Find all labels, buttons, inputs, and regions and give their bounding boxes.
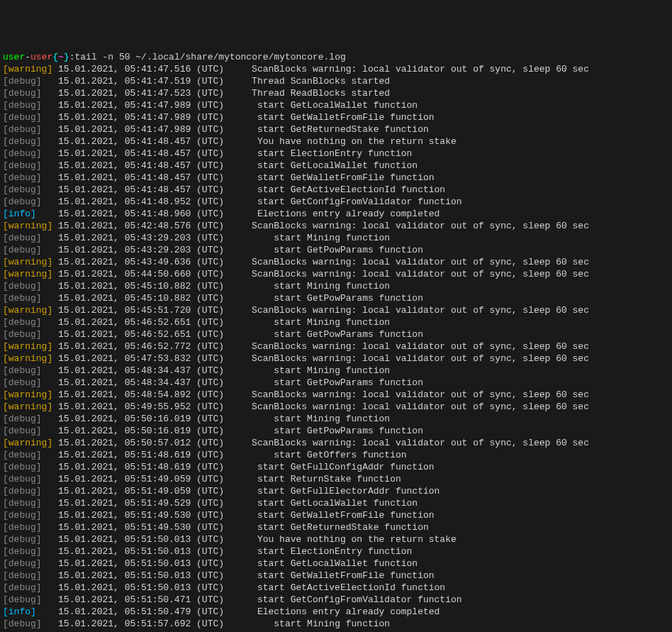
log-level: [warning] [3,401,52,412]
log-thread [240,619,262,629]
log-timestamp: 15.01.2021, 05:41:48.457 (UTC) [58,136,224,147]
log-thread [240,594,246,605]
log-timestamp: 15.01.2021, 05:41:47.989 (UTC) [58,124,224,135]
log-thread [240,100,246,111]
log-level: [warning] [3,305,52,316]
log-line: [debug] 15.01.2021, 05:51:48.619 (UTC) s… [3,461,669,473]
log-level: [debug] [3,233,52,243]
log-timestamp: 15.01.2021, 05:41:48.457 (UTC) [58,148,224,159]
log-level: [warning] [3,341,52,352]
log-message: ScanBlocks warning: local validator out … [252,221,589,231]
log-message: ScanBlocks warning: local validator out … [252,64,589,74]
log-message: start GetConfigFromValidator function [257,196,462,207]
log-line: [info] 15.01.2021, 05:41:48.960 (UTC) El… [3,208,669,220]
log-message: start ReturnStake function [257,474,401,484]
log-thread [240,233,262,243]
log-message: start Mining function [274,619,390,629]
log-timestamp: 15.01.2021, 05:51:50.013 (UTC) [58,534,224,545]
log-timestamp: 15.01.2021, 05:51:48.619 (UTC) [58,450,224,460]
log-message: start GetPowParams function [274,329,423,340]
log-timestamp: 15.01.2021, 05:51:50.479 (UTC) [58,606,224,617]
log-level: [warning] [3,64,52,74]
log-line: [debug] 15.01.2021, 05:50:16.019 (UTC) s… [3,425,669,437]
log-level: [debug] [3,534,52,545]
log-timestamp: 15.01.2021, 05:51:49.529 (UTC) [58,498,224,509]
log-line: [debug] 15.01.2021, 05:51:50.471 (UTC) s… [3,594,669,606]
log-thread [240,209,246,219]
log-line: [debug] 15.01.2021, 05:51:49.529 (UTC) s… [3,497,669,509]
log-message: start GetReturnedStake function [257,124,429,135]
log-message: start GetLocalWallet function [257,160,418,171]
log-line: [debug] 15.01.2021, 05:41:48.457 (UTC) s… [3,184,669,196]
log-timestamp: 15.01.2021, 05:46:52.651 (UTC) [58,317,224,328]
log-level: [debug] [3,462,52,472]
log-timestamp: 15.01.2021, 05:51:48.619 (UTC) [58,462,224,472]
log-message: start GetWalletFromFile function [257,570,435,581]
log-message: start GetLocalWallet function [257,498,418,509]
log-timestamp: 15.01.2021, 05:43:29.203 (UTC) [58,245,224,255]
log-message: start Mining function [274,317,390,328]
log-line: [debug] 15.01.2021, 05:45:10.882 (UTC) s… [3,292,669,304]
log-timestamp: 15.01.2021, 05:41:47.516 (UTC) [58,64,224,74]
log-thread [240,124,246,135]
command-line: user-user{~}:tail -n 50 ~/.local/share/m… [3,51,669,63]
log-timestamp: 15.01.2021, 05:51:50.471 (UTC) [58,594,224,605]
log-line: [warning] 15.01.2021, 05:42:48.576 (UTC)… [3,220,669,232]
prompt-user: user [3,52,25,62]
log-level: [debug] [3,76,52,87]
log-line: [debug] 15.01.2021, 05:43:29.203 (UTC) s… [3,244,669,256]
log-level: [debug] [3,245,52,255]
log-message: ScanBlocks warning: local validator out … [252,341,589,352]
log-level: [debug] [3,172,52,183]
log-timestamp: 15.01.2021, 05:45:10.882 (UTC) [58,293,224,304]
log-message: ScanBlocks warning: local validator out … [252,438,589,448]
log-timestamp: 15.01.2021, 05:51:49.530 (UTC) [58,510,224,521]
log-message: start GetPowParams function [274,377,423,388]
log-message: ScanBlocks warning: local validator out … [252,353,589,364]
log-message: Elections entry already completed [257,606,439,617]
log-timestamp: 15.01.2021, 05:48:34.437 (UTC) [58,377,224,388]
log-message: start GetConfigFromValidator function [257,594,462,605]
log-message: You have nothing on the return stake [257,136,457,147]
log-thread [240,136,246,147]
log-thread [240,414,262,424]
log-level: [debug] [3,558,52,569]
log-thread [240,462,246,472]
log-timestamp: 15.01.2021, 05:41:48.960 (UTC) [58,209,224,219]
log-thread [240,160,246,171]
log-thread [240,450,262,460]
log-thread [240,606,246,617]
log-message: start GetFullConfigAddr function [257,462,435,472]
log-level: [info] [3,606,52,617]
log-timestamp: 15.01.2021, 05:41:47.523 (UTC) [58,88,224,99]
log-timestamp: 15.01.2021, 05:51:50.013 (UTC) [58,570,224,581]
log-timestamp: 15.01.2021, 05:41:48.457 (UTC) [58,160,224,171]
log-message: ScanBlocks warning: local validator out … [252,401,589,412]
log-thread [240,534,246,545]
terminal-output: user-user{~}:tail -n 50 ~/.local/share/m… [3,51,669,632]
log-level: [debug] [3,329,52,340]
log-level: [warning] [3,438,52,448]
log-line: [debug] 15.01.2021, 05:51:50.013 (UTC) s… [3,558,669,570]
log-thread [240,281,262,292]
log-message: Thread ReadBlocks started [252,88,390,99]
log-line: [warning] 15.01.2021, 05:45:51.720 (UTC)… [3,304,669,316]
log-level: [debug] [3,426,52,436]
log-timestamp: 15.01.2021, 05:48:34.437 (UTC) [58,365,224,376]
log-line: [debug] 15.01.2021, 05:41:47.523 (UTC) T… [3,87,669,99]
log-line: [debug] 15.01.2021, 05:51:50.013 (UTC) s… [3,582,669,594]
log-timestamp: 15.01.2021, 05:42:48.576 (UTC) [58,221,224,231]
log-timestamp: 15.01.2021, 05:45:10.882 (UTC) [58,281,224,292]
log-line: [debug] 15.01.2021, 05:46:52.651 (UTC) s… [3,328,669,340]
log-timestamp: 15.01.2021, 05:51:49.530 (UTC) [58,522,224,533]
log-level: [debug] [3,293,52,304]
log-message: start ElectionEntry function [257,546,412,557]
log-level: [warning] [3,257,52,267]
log-line: [debug] 15.01.2021, 05:41:48.457 (UTC) s… [3,172,669,184]
log-timestamp: 15.01.2021, 05:51:50.013 (UTC) [58,582,224,593]
log-line: [debug] 15.01.2021, 05:41:48.457 (UTC) Y… [3,135,669,148]
log-message: ScanBlocks warning: local validator out … [252,257,589,267]
log-message: start GetLocalWallet function [257,100,418,111]
log-message: start Mining function [274,365,390,376]
log-line: [debug] 15.01.2021, 05:41:47.989 (UTC) s… [3,123,669,135]
